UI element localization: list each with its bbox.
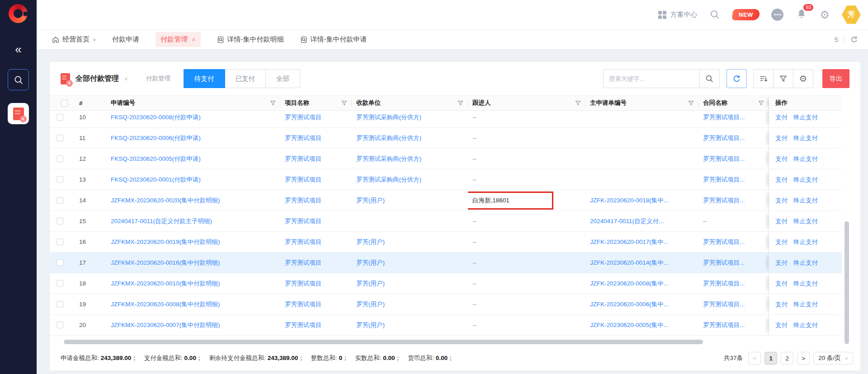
- project-link[interactable]: 罗芳测试项目: [285, 196, 321, 205]
- terminate-pay-action[interactable]: 终止支付: [793, 113, 818, 122]
- payee-link[interactable]: 罗芳(用户): [356, 196, 385, 205]
- main-apply-no-link[interactable]: JZFK-20230620-0005(集中...: [590, 321, 669, 329]
- avatar[interactable]: 芳: [842, 5, 861, 24]
- row-checkbox[interactable]: [57, 114, 63, 121]
- next-page-button[interactable]: >: [797, 352, 810, 365]
- payee-link[interactable]: 罗芳测试采购商(分供方): [356, 155, 421, 163]
- apply-no-link[interactable]: FKSQ-20230620-0006(付款申请): [111, 134, 201, 142]
- close-icon[interactable]: ×: [192, 36, 195, 43]
- project-link[interactable]: 罗芳测试项目: [285, 155, 321, 163]
- view-selector[interactable]: ¥ 全部付款管理 ∨: [61, 73, 128, 84]
- pay-action[interactable]: 支付: [775, 300, 788, 309]
- refresh-tabs-icon[interactable]: [850, 36, 858, 43]
- contract-link[interactable]: 罗芳测试项目...: [703, 134, 745, 142]
- page-button[interactable]: 2: [781, 352, 793, 365]
- contract-link[interactable]: 罗芳测试项目...: [703, 259, 745, 267]
- pay-action[interactable]: 支付: [775, 280, 788, 288]
- pay-action[interactable]: 支付: [775, 259, 788, 267]
- apply-no-link[interactable]: JZFKMX-20230620-0016(集中付款明细): [111, 259, 220, 267]
- sidebar-collapse-button[interactable]: «: [0, 43, 37, 55]
- select-all-checkbox[interactable]: [61, 100, 68, 107]
- contract-link[interactable]: 罗芳测试项目...: [703, 176, 745, 184]
- tab-business-home[interactable]: 经营首页 ∨: [52, 35, 96, 44]
- tab-detail-central-payment-apply[interactable]: 详情-集中付款申请: [300, 35, 367, 44]
- main-apply-no-link[interactable]: JZFK-20230620-0006(集中...: [590, 300, 669, 309]
- row-checkbox[interactable]: [57, 197, 63, 204]
- filter-all[interactable]: 全部: [265, 69, 300, 88]
- notifications-button[interactable]: 93: [796, 8, 807, 22]
- contract-link[interactable]: 罗芳测试项目...: [703, 155, 745, 163]
- pay-action[interactable]: 支付: [775, 155, 788, 163]
- vertical-scrollbar[interactable]: [844, 221, 849, 344]
- project-link[interactable]: 罗芳测试项目: [285, 176, 321, 184]
- project-link[interactable]: 罗芳测试项目: [285, 217, 321, 225]
- terminate-pay-action[interactable]: 终止支付: [793, 300, 818, 309]
- apply-no-link[interactable]: JZFKMX-20230620-0020(集中付款明细): [111, 196, 220, 205]
- contract-link[interactable]: 罗芳测试项目...: [703, 113, 745, 122]
- terminate-pay-action[interactable]: 终止支付: [793, 259, 818, 267]
- payee-link[interactable]: 罗芳(用户): [356, 280, 385, 288]
- tab-payment-manage[interactable]: 付款管理 ×: [156, 32, 200, 47]
- row-checkbox[interactable]: [57, 259, 63, 266]
- payee-link[interactable]: 罗芳(用户): [356, 321, 385, 329]
- main-apply-no-link[interactable]: JZFK-20230620-0008(集中...: [590, 280, 669, 288]
- filter-icon[interactable]: [341, 100, 347, 106]
- apply-no-link[interactable]: JZFKMX-20230620-0019(集中付款明细): [111, 238, 220, 246]
- pay-action[interactable]: 支付: [775, 113, 788, 122]
- search-input[interactable]: [603, 69, 700, 88]
- contract-link[interactable]: 罗芳测试项目...: [703, 280, 745, 288]
- apply-no-link[interactable]: FKSQ-20230620-0008(付款申请): [111, 113, 201, 122]
- message-icon[interactable]: [771, 9, 783, 21]
- payee-link[interactable]: 罗芳测试采购商(分供方): [356, 134, 421, 142]
- sidebar-item-payment-module[interactable]: ¥: [8, 103, 29, 124]
- contract-link[interactable]: 罗芳测试项目...: [703, 238, 745, 246]
- page-size-select[interactable]: 20 条/页 ∨: [813, 352, 853, 365]
- page-button[interactable]: 1: [764, 352, 777, 365]
- apply-no-link[interactable]: JZFKMX-20230620-0010(集中付款明细): [111, 280, 220, 288]
- main-apply-no-link[interactable]: JZFK-20230620-0018(集中...: [590, 196, 669, 205]
- contract-link[interactable]: 罗芳测试项目...: [703, 300, 745, 309]
- sort-button[interactable]: [753, 69, 774, 88]
- apply-no-link[interactable]: JZFKMX-20230620-0007(集中付款明细): [111, 321, 220, 329]
- terminate-pay-action[interactable]: 终止支付: [793, 321, 818, 329]
- new-badge[interactable]: NEW: [731, 9, 760, 20]
- project-link[interactable]: 罗芳测试项目: [285, 113, 321, 122]
- horizontal-scrollbar[interactable]: [64, 340, 703, 344]
- terminate-pay-action[interactable]: 终止支付: [793, 134, 818, 142]
- export-button[interactable]: 导出: [822, 69, 849, 88]
- payee-link[interactable]: 罗芳(用户): [356, 238, 385, 246]
- project-link[interactable]: 罗芳测试项目: [285, 259, 321, 267]
- pay-action[interactable]: 支付: [775, 321, 788, 329]
- pay-action[interactable]: 支付: [775, 238, 788, 246]
- filter-button[interactable]: [773, 69, 793, 88]
- apply-no-link[interactable]: FKSQ-20230620-0001(付款申请): [111, 176, 201, 184]
- terminate-pay-action[interactable]: 终止支付: [793, 176, 818, 184]
- settings-gear-icon[interactable]: ⚙: [820, 9, 830, 20]
- payee-link[interactable]: 罗芳(用户): [356, 259, 385, 267]
- row-checkbox[interactable]: [57, 218, 63, 224]
- column-settings-button[interactable]: ⚙: [793, 69, 813, 88]
- main-apply-no-link[interactable]: JZFK-20230620-0014(集中...: [590, 259, 669, 267]
- contract-link[interactable]: 罗芳测试项目...: [703, 196, 745, 205]
- filter-icon[interactable]: [758, 100, 764, 106]
- project-link[interactable]: 罗芳测试项目: [285, 300, 321, 309]
- terminate-pay-action[interactable]: 终止支付: [793, 155, 818, 163]
- row-checkbox[interactable]: [57, 238, 63, 245]
- row-checkbox[interactable]: [57, 322, 63, 328]
- tab-payment-apply[interactable]: 付款申请: [112, 35, 139, 44]
- sidebar-search-button[interactable]: [8, 69, 29, 90]
- terminate-pay-action[interactable]: 终止支付: [793, 280, 818, 288]
- payee-link[interactable]: 罗芳测试采购商(分供方): [356, 113, 421, 122]
- row-checkbox[interactable]: [57, 301, 63, 308]
- filter-icon[interactable]: [575, 100, 581, 106]
- filter-paid[interactable]: 已支付: [225, 69, 266, 88]
- project-link[interactable]: 罗芳测试项目: [285, 238, 321, 246]
- terminate-pay-action[interactable]: 终止支付: [793, 196, 818, 205]
- pay-action[interactable]: 支付: [775, 176, 788, 184]
- main-apply-no-link[interactable]: 20240417-0011(自定义付...: [590, 217, 664, 225]
- pay-action[interactable]: 支付: [775, 134, 788, 142]
- payee-link[interactable]: 罗芳(用户): [356, 300, 385, 309]
- main-apply-no-link[interactable]: JZFK-20230620-0017(集中...: [590, 238, 669, 246]
- terminate-pay-action[interactable]: 终止支付: [793, 217, 818, 225]
- terminate-pay-action[interactable]: 终止支付: [793, 238, 818, 246]
